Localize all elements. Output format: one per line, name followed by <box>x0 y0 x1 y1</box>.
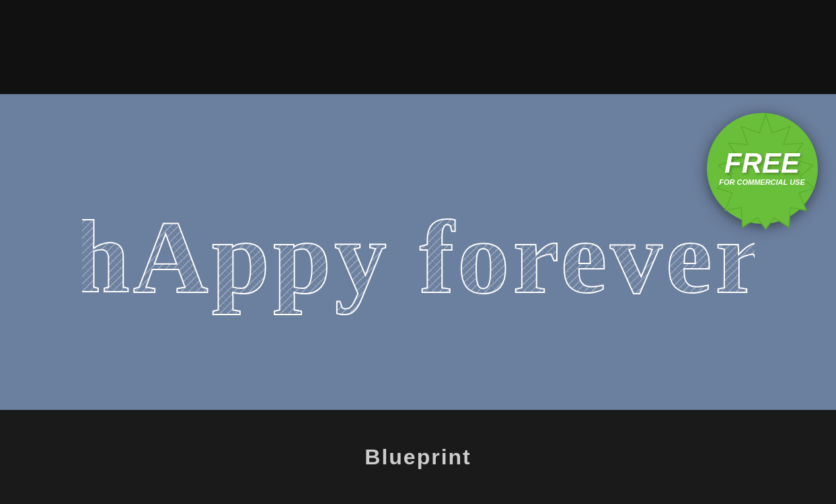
main-preview: hAppy forever hAppy forever hAppy foreve… <box>0 94 836 410</box>
svg-text:hAppy forever: hAppy forever <box>82 200 755 315</box>
font-preview-svg: hAppy forever hAppy forever hAppy foreve… <box>82 168 755 336</box>
bottom-bar: Blueprint <box>0 410 836 504</box>
free-badge: FREE for commercial use <box>707 113 818 224</box>
font-name-label: Blueprint <box>365 445 471 470</box>
badge-free-text: FREE <box>719 149 805 177</box>
badge-inner: FREE for commercial use <box>719 149 805 187</box>
badge-container: FREE for commercial use <box>701 108 823 228</box>
badge-commercial-text: for commercial use <box>719 177 805 187</box>
top-bar <box>0 0 836 94</box>
preview-text-wrapper: hAppy forever hAppy forever hAppy foreve… <box>42 168 794 336</box>
